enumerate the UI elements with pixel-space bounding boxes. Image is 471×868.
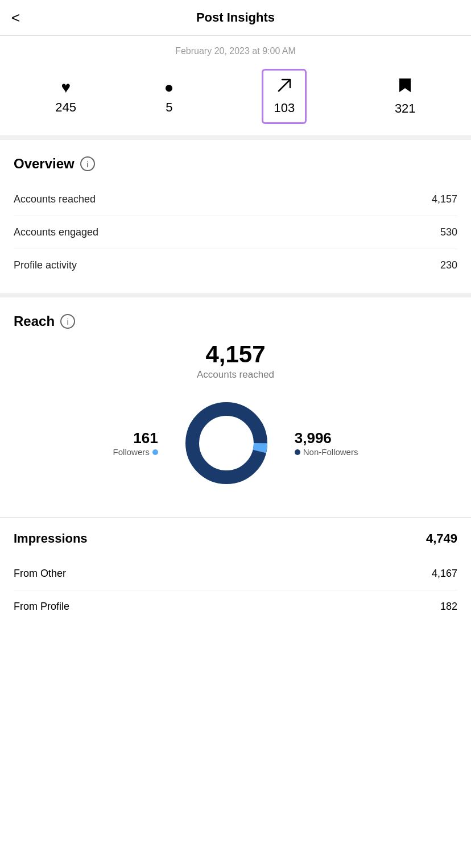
header: < Post Insights xyxy=(0,0,471,36)
stats-row: ♥ 245 ● 5 103 321 xyxy=(0,63,471,135)
reach-section: Reach i 4,157 Accounts reached 161 Follo… xyxy=(0,297,471,517)
reach-total-block: 4,157 Accounts reached xyxy=(14,341,457,381)
from-other-value: 4,167 xyxy=(432,568,457,580)
followers-value: 161 xyxy=(113,429,158,447)
donut-chart xyxy=(181,398,272,489)
accounts-reached-row[interactable]: Accounts reached 4,157 xyxy=(14,183,457,216)
overview-section: Overview i Accounts reached 4,157 Accoun… xyxy=(0,140,471,293)
accounts-engaged-label: Accounts engaged xyxy=(14,226,98,238)
back-button[interactable]: < xyxy=(11,9,20,27)
reach-title: Reach i xyxy=(14,313,457,329)
saves-value: 321 xyxy=(395,101,416,116)
overview-title: Overview i xyxy=(14,156,457,172)
impressions-title: Impressions xyxy=(14,531,88,546)
page-title: Post Insights xyxy=(196,10,275,25)
comments-stat[interactable]: ● 5 xyxy=(164,78,174,115)
from-other-row[interactable]: From Other 4,167 xyxy=(14,557,457,590)
profile-activity-value: 230 xyxy=(440,259,457,271)
post-timestamp: February 20, 2023 at 9:00 AM xyxy=(0,36,471,63)
non-followers-dot xyxy=(295,449,300,455)
followers-legend: 161 Followers xyxy=(113,429,158,457)
donut-chart-container: 161 Followers 3,996 Non-Followers xyxy=(14,386,457,506)
likes-stat[interactable]: ♥ 245 xyxy=(55,78,76,115)
non-followers-legend: 3,996 Non-Followers xyxy=(295,429,358,457)
accounts-engaged-row[interactable]: Accounts engaged 530 xyxy=(14,216,457,249)
impressions-header: Impressions 4,749 xyxy=(14,531,457,546)
section-divider xyxy=(0,135,471,140)
share-icon xyxy=(276,77,292,97)
reach-subtitle: Accounts reached xyxy=(14,369,457,381)
non-followers-value: 3,996 xyxy=(295,429,358,447)
section-divider-2 xyxy=(0,293,471,297)
bookmark-icon xyxy=(398,77,412,98)
comments-value: 5 xyxy=(166,100,172,115)
overview-info-icon[interactable]: i xyxy=(80,156,95,171)
accounts-reached-label: Accounts reached xyxy=(14,193,96,205)
profile-activity-row[interactable]: Profile activity 230 xyxy=(14,249,457,282)
from-other-label: From Other xyxy=(14,568,66,580)
accounts-engaged-value: 530 xyxy=(440,226,457,238)
from-profile-label: From Profile xyxy=(14,601,69,613)
saves-stat[interactable]: 321 xyxy=(395,77,416,116)
profile-activity-label: Profile activity xyxy=(14,259,77,271)
comment-icon: ● xyxy=(164,78,174,97)
impressions-section: Impressions 4,749 From Other 4,167 From … xyxy=(0,517,471,629)
svg-point-0 xyxy=(192,409,261,477)
impressions-total: 4,749 xyxy=(426,531,457,546)
from-profile-value: 182 xyxy=(440,601,457,613)
reach-info-icon[interactable]: i xyxy=(60,314,75,329)
heart-icon: ♥ xyxy=(61,78,71,97)
from-profile-row[interactable]: From Profile 182 xyxy=(14,590,457,623)
shares-stat[interactable]: 103 xyxy=(262,69,307,124)
accounts-reached-value: 4,157 xyxy=(432,193,457,205)
non-followers-label: Non-Followers xyxy=(295,447,358,457)
reach-total-number: 4,157 xyxy=(14,341,457,368)
followers-dot xyxy=(152,449,158,455)
likes-value: 245 xyxy=(55,100,76,115)
shares-value: 103 xyxy=(274,101,295,115)
followers-label: Followers xyxy=(113,447,158,457)
